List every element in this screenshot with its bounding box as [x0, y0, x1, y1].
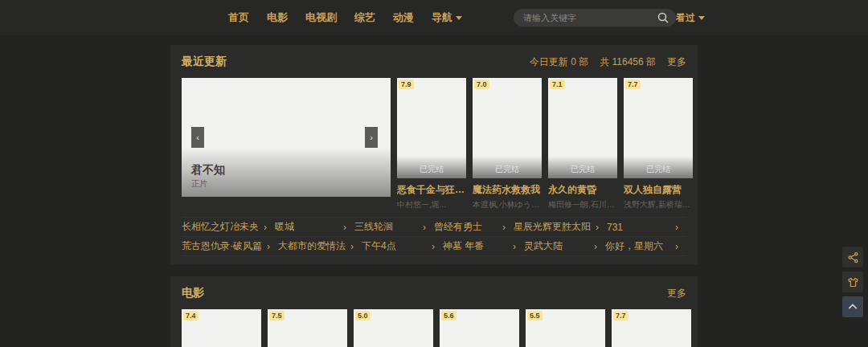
media-card[interactable]: 7.7 已完结 双人独自露营 浅野大辉,新桥瑞季,阿座... — [624, 78, 693, 210]
chevron-right-icon: › — [432, 241, 435, 252]
card-cast: 浅野大辉,新桥瑞季,阿座... — [624, 199, 693, 210]
media-card[interactable]: 7.9 已完结 恶食千金与狂血公爵 中村悠一,堀... — [397, 78, 466, 210]
carousel-prev-button[interactable]: ‹ — [191, 127, 204, 148]
media-card[interactable]: 5.5 — [526, 309, 605, 347]
poster-image: 5.0 — [354, 309, 433, 347]
quick-link[interactable]: 灵武大陆› — [524, 237, 605, 255]
quick-link-title: 曾经有勇士 — [434, 220, 482, 234]
quick-link[interactable]: 你好，星期六› — [605, 237, 686, 255]
featured-carousel[interactable]: ‹ › 君不知 正片 — [182, 78, 391, 197]
movies-section: 电影 更多 7.4 7.5 5.0 5.6 5.5 7.7 — [170, 276, 698, 347]
quick-link-title: 暖城 — [275, 220, 294, 234]
recent-content-row: ‹ › 君不知 正片 7.9 已完结 恶食千金与狂血公爵 中村悠一,堀... 7… — [182, 78, 686, 210]
recent-updates-header: 最近更新 今日更新 0 部 共 116456 部 更多 — [182, 55, 686, 69]
poster-image: 7.9 已完结 — [397, 78, 466, 178]
floating-toolbar — [842, 247, 863, 317]
quick-link[interactable]: 曾经有勇士› — [434, 218, 514, 236]
featured-title: 君不知 — [191, 163, 225, 178]
chevron-right-icon: › — [513, 241, 516, 252]
rating-badge: 7.1 — [550, 80, 565, 89]
status-badge: 已完结 — [420, 164, 444, 175]
main-menu: 首页 电影 电视剧 综艺 动漫 导航 — [228, 10, 462, 25]
search-button[interactable] — [657, 11, 669, 24]
back-to-top-button[interactable] — [842, 296, 863, 317]
chevron-right-icon: › — [675, 241, 678, 252]
nav-item-home[interactable]: 首页 — [228, 10, 249, 25]
quick-link[interactable]: 长相忆之灯冶未央› — [182, 218, 275, 236]
poster-image: 7.7 已完结 — [624, 78, 693, 178]
watched-label: 看过 — [676, 12, 695, 23]
section-title-recent: 最近更新 — [182, 55, 227, 69]
section-title-movies: 电影 — [182, 286, 204, 300]
quick-link-title: 大都市的爱情法 — [278, 239, 346, 253]
status-badge: 已完结 — [495, 164, 519, 175]
media-card[interactable]: 7.7 — [612, 309, 691, 347]
poster-image: 7.5 — [268, 309, 347, 347]
card-title: 魔法药水救救我 — [473, 183, 542, 197]
card-title: 双人独自露营 — [624, 183, 693, 197]
quick-links-row: 荒古恩仇录·破风篇› 大都市的爱情法› 下午4点› 神墓 年番› 灵武大陆› 你… — [182, 236, 686, 256]
quick-link-title: 星辰光辉更胜太阳 — [514, 220, 591, 234]
media-card[interactable]: 7.5 — [268, 309, 347, 347]
theme-button[interactable] — [842, 271, 863, 292]
magnifier-icon — [657, 11, 669, 24]
quick-link[interactable]: 731› — [607, 218, 686, 236]
quick-link[interactable]: 三线轮洄› — [354, 218, 434, 236]
rating-badge: 7.7 — [625, 80, 641, 89]
today-update-count: 今日更新 0 部 — [530, 55, 588, 69]
nav-item-navigation-dropdown[interactable]: 导航 — [432, 10, 462, 25]
recent-stats: 今日更新 0 部 共 116456 部 更多 — [530, 55, 686, 69]
quick-link[interactable]: 荒古恩仇录·破风篇› — [182, 237, 278, 255]
chevron-right-icon: › — [675, 222, 678, 233]
chevron-right-icon: › — [264, 222, 267, 233]
featured-subtitle: 正片 — [191, 178, 207, 190]
nav-item-tv[interactable]: 电视剧 — [305, 10, 337, 25]
status-overlay: 已完结 — [624, 156, 693, 178]
quick-link-title: 731 — [607, 222, 623, 233]
quick-link-title: 三线轮洄 — [354, 220, 393, 234]
quick-link[interactable]: 星辰光辉更胜太阳› — [514, 218, 607, 236]
chevron-right-icon: › — [502, 222, 506, 233]
quick-link[interactable]: 神墓 年番› — [443, 237, 524, 255]
media-card[interactable]: 7.1 已完结 永久的黄昏 梅田修一朗,石川由依,茅... — [548, 78, 617, 210]
poster-image: 7.0 已完结 — [473, 78, 542, 178]
carousel-next-button[interactable]: › — [365, 127, 378, 148]
nav-item-movies[interactable]: 电影 — [267, 10, 288, 25]
share-button[interactable] — [842, 247, 863, 267]
quick-link[interactable]: 大都市的爱情法› — [278, 237, 362, 255]
rating-badge: 5.0 — [355, 311, 371, 320]
media-card[interactable]: 5.6 — [440, 309, 519, 347]
poster-image: 5.6 — [440, 309, 519, 347]
movies-stats: 更多 — [667, 287, 686, 300]
quick-link[interactable]: 暖城› — [275, 218, 354, 236]
tshirt-icon — [847, 276, 859, 288]
media-card[interactable]: 7.4 — [182, 309, 261, 347]
media-card[interactable]: 7.0 已完结 魔法药水救救我 本渡枫,小林ゆう,大塚明... — [473, 78, 542, 210]
media-card[interactable]: 5.0 — [354, 309, 433, 347]
quick-link-title: 荒古恩仇录·破风篇 — [182, 239, 262, 253]
recent-more-link[interactable]: 更多 — [667, 55, 686, 69]
quick-link-title: 神墓 年番 — [443, 239, 484, 253]
movies-more-link[interactable]: 更多 — [667, 287, 686, 300]
nav-item-anime[interactable]: 动漫 — [393, 10, 414, 25]
quick-links: 长相忆之灯冶未央› 暖城› 三线轮洄› 曾经有勇士› 星辰光辉更胜太阳› 731… — [182, 217, 686, 256]
chevron-right-icon: › — [596, 222, 599, 233]
rating-badge: 5.6 — [441, 311, 457, 320]
status-overlay: 已完结 — [548, 156, 617, 178]
poster-image: 7.1 已完结 — [548, 78, 617, 178]
share-icon — [847, 251, 859, 263]
nav-item-variety[interactable]: 综艺 — [354, 10, 375, 25]
chevron-right-icon: › — [350, 241, 354, 252]
chevron-right-icon: › — [343, 222, 346, 233]
rating-badge: 7.7 — [613, 311, 628, 320]
status-overlay: 已完结 — [473, 156, 542, 178]
search-input[interactable] — [514, 9, 676, 27]
quick-link[interactable]: 下午4点› — [362, 237, 443, 255]
watched-dropdown[interactable]: 看过 — [676, 11, 705, 25]
poster-image: 7.7 — [612, 309, 691, 347]
quick-link-title: 下午4点 — [362, 239, 396, 253]
rating-badge: 7.0 — [474, 80, 489, 89]
rating-badge: 7.9 — [399, 80, 414, 89]
status-badge: 已完结 — [646, 164, 670, 175]
card-title: 永久的黄昏 — [548, 183, 617, 197]
